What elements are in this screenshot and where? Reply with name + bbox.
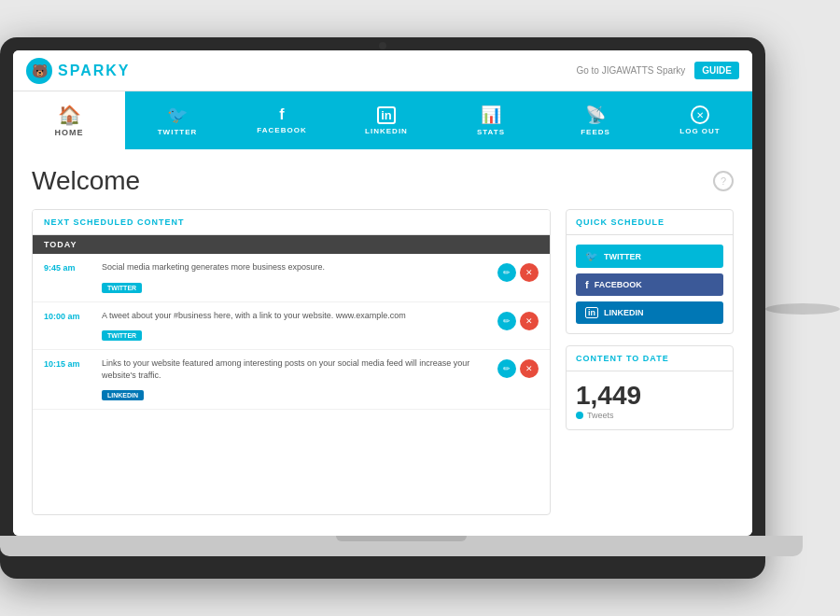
twitter-label: TWITTER bbox=[158, 128, 198, 136]
tab-logout[interactable]: ✕ LOG OUT bbox=[648, 91, 752, 149]
content-to-date-body: 1,449 Tweets bbox=[567, 371, 733, 429]
quick-facebook-label: FACEBOOK bbox=[595, 280, 642, 289]
laptop-screen: 🐻 SPARKY Go to JIGAWATTS Sparky GUIDE 🏠 … bbox=[13, 50, 752, 536]
item-actions: ✏ ✕ bbox=[497, 261, 539, 282]
today-bar: TODAY bbox=[33, 235, 550, 254]
item-time: 10:00 am bbox=[44, 310, 92, 321]
twitter-badge: TWITTER bbox=[102, 283, 142, 293]
linkedin-icon: in bbox=[377, 106, 396, 124]
quick-buttons: 🐦 TWITTER f FACEBOOK in bbox=[567, 235, 733, 333]
content-area: Welcome ? NEXT SCHEDULED CONTENT TODAY 9… bbox=[13, 149, 752, 536]
laptop-shell: 🐻 SPARKY Go to JIGAWATTS Sparky GUIDE 🏠 … bbox=[0, 37, 765, 579]
logout-icon: ✕ bbox=[691, 105, 709, 124]
item-text: Social media marketing generates more bu… bbox=[102, 261, 488, 273]
content-to-date-header: CONTENT TO DATE bbox=[567, 346, 733, 371]
laptop-base bbox=[0, 536, 803, 556]
logo-area: 🐻 SPARKY bbox=[26, 58, 576, 84]
nav-right: Go to JIGAWATTS Sparky GUIDE bbox=[576, 62, 739, 79]
quick-linkedin-button[interactable]: in LINKEDIN bbox=[576, 301, 723, 324]
content-count: 1,449 bbox=[576, 381, 723, 411]
stats-icon: 📊 bbox=[481, 105, 501, 125]
main-grid: NEXT SCHEDULED CONTENT TODAY 9:45 am Soc… bbox=[32, 209, 734, 515]
welcome-header: Welcome ? bbox=[32, 166, 734, 196]
linkedin-badge: LINKEDIN bbox=[102, 390, 144, 400]
tab-stats[interactable]: 📊 STATS bbox=[439, 91, 543, 149]
laptop-camera bbox=[379, 42, 386, 49]
quick-twitter-button[interactable]: 🐦 TWITTER bbox=[576, 245, 723, 268]
feeds-label: FEEDS bbox=[581, 128, 610, 136]
main-nav: 🏠 HOME 🐦 TWITTER f FACEBOOK i bbox=[13, 91, 752, 149]
quick-schedule-header: QUICK SCHEDULE bbox=[567, 210, 733, 235]
quick-facebook-button[interactable]: f FACEBOOK bbox=[576, 273, 723, 296]
item-actions: ✏ ✕ bbox=[497, 310, 539, 330]
delete-button[interactable]: ✕ bbox=[520, 312, 539, 330]
item-text: A tweet about your #business here, with … bbox=[102, 310, 488, 322]
tab-feeds[interactable]: 📡 FEEDS bbox=[543, 91, 648, 149]
home-label: HOME bbox=[55, 128, 84, 137]
item-actions: ✏ ✕ bbox=[497, 357, 539, 378]
tab-facebook[interactable]: f FACEBOOK bbox=[230, 91, 334, 149]
scheduled-content-panel: NEXT SCHEDULED CONTENT TODAY 9:45 am Soc… bbox=[32, 209, 551, 515]
twitter-icon: 🐦 bbox=[167, 105, 188, 125]
quick-twitter-label: TWITTER bbox=[604, 252, 641, 261]
nav-tabs: 🐦 TWITTER f FACEBOOK in LINKEDIN 📊 bbox=[125, 91, 752, 149]
screen-bezel: 🐻 SPARKY Go to JIGAWATTS Sparky GUIDE 🏠 … bbox=[13, 50, 752, 536]
item-text: Links to your website featured among int… bbox=[102, 357, 488, 381]
facebook-icon: f bbox=[585, 279, 589, 290]
linkedin-icon: in bbox=[585, 307, 598, 318]
facebook-label: FACEBOOK bbox=[257, 126, 306, 134]
logo-bear-icon: 🐻 bbox=[26, 58, 52, 84]
tab-linkedin[interactable]: in LINKEDIN bbox=[334, 91, 439, 149]
item-time: 9:45 am bbox=[44, 261, 92, 273]
edit-button[interactable]: ✏ bbox=[497, 359, 516, 378]
twitter-icon: 🐦 bbox=[585, 250, 598, 262]
tab-twitter[interactable]: 🐦 TWITTER bbox=[125, 91, 230, 149]
quick-schedule-panel: QUICK SCHEDULE 🐦 TWITTER f FACEBOOK bbox=[566, 209, 734, 334]
schedule-item: 10:15 am Links to your website featured … bbox=[33, 350, 550, 410]
item-time: 10:15 am bbox=[44, 357, 92, 369]
help-icon[interactable]: ? bbox=[713, 171, 734, 191]
top-nav: 🐻 SPARKY Go to JIGAWATTS Sparky GUIDE bbox=[13, 50, 752, 91]
jigawatts-link[interactable]: Go to JIGAWATTS Sparky bbox=[576, 65, 685, 76]
feeds-icon: 📡 bbox=[585, 105, 606, 125]
edit-button[interactable]: ✏ bbox=[497, 312, 516, 330]
content-type-label: Tweets bbox=[587, 411, 614, 420]
tab-home[interactable]: 🏠 HOME bbox=[13, 91, 125, 149]
content-to-date-panel: CONTENT TO DATE 1,449 Tweets bbox=[566, 345, 734, 430]
item-body: Social media marketing generates more bu… bbox=[102, 261, 488, 294]
quick-linkedin-label: LINKEDIN bbox=[604, 308, 644, 317]
logout-label: LOG OUT bbox=[679, 127, 720, 135]
twitter-dot-icon bbox=[576, 412, 583, 419]
facebook-icon: f bbox=[279, 106, 284, 123]
delete-button[interactable]: ✕ bbox=[520, 359, 539, 378]
scheduled-content-header: NEXT SCHEDULED CONTENT bbox=[33, 210, 550, 235]
home-icon: 🏠 bbox=[58, 104, 81, 126]
schedule-item: 10:00 am A tweet about your #business he… bbox=[33, 302, 550, 351]
twitter-badge: TWITTER bbox=[102, 330, 142, 341]
content-label: Tweets bbox=[576, 411, 723, 420]
schedule-item: 9:45 am Social media marketing generates… bbox=[33, 254, 550, 302]
stats-label: STATS bbox=[477, 128, 505, 136]
page-title: Welcome bbox=[32, 166, 140, 196]
edit-button[interactable]: ✏ bbox=[497, 263, 516, 282]
right-panel: QUICK SCHEDULE 🐦 TWITTER f FACEBOOK bbox=[566, 209, 734, 515]
item-body: Links to your website featured among int… bbox=[102, 357, 488, 401]
guide-button[interactable]: GUIDE bbox=[694, 62, 739, 79]
laptop-shadow bbox=[765, 303, 840, 315]
item-body: A tweet about your #business here, with … bbox=[102, 310, 488, 343]
app-wrapper: 🐻 SPARKY Go to JIGAWATTS Sparky GUIDE 🏠 … bbox=[13, 50, 752, 536]
delete-button[interactable]: ✕ bbox=[520, 263, 539, 282]
linkedin-label: LINKEDIN bbox=[365, 127, 408, 135]
logo-text: SPARKY bbox=[58, 63, 131, 79]
